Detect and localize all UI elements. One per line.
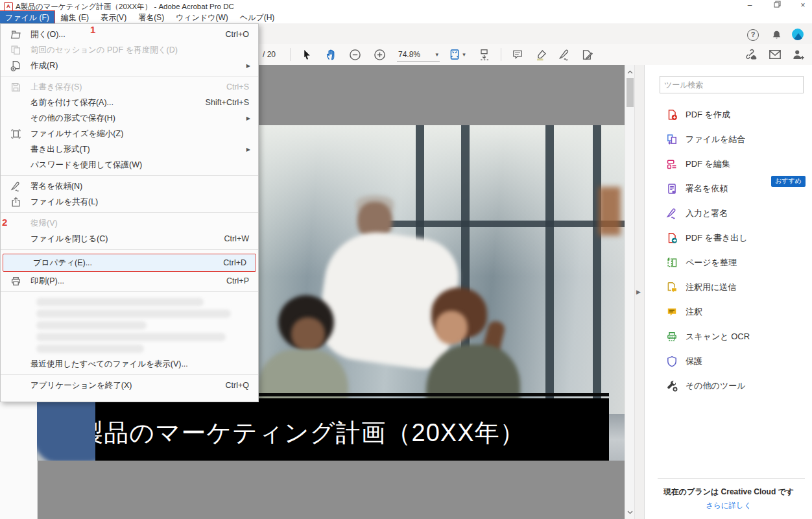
menubar-item-window[interactable]: ウィンドウ(W)	[171, 11, 233, 25]
person-plus-icon	[792, 49, 805, 61]
tool-search-input[interactable]	[660, 76, 804, 93]
comment-bubble-icon	[512, 49, 523, 60]
file-menu-item-protect-with-password[interactable]: パスワードを使用して保護(W)	[1, 157, 258, 173]
combine-files-icon	[666, 134, 678, 145]
annotation-step-1: 1	[90, 24, 95, 35]
scan-ocr-icon	[666, 331, 678, 343]
menubar-item-sign[interactable]: 署名(S)	[133, 11, 169, 25]
file-menu-dropdown: 開く(O)...Ctrl+O前回のセッションの PDF を再度開く(D)作成(R…	[0, 23, 259, 402]
recent-file-item-redacted[interactable]	[36, 321, 147, 330]
edit-document-icon	[581, 49, 593, 61]
tool-item-more-tools[interactable]: その他のツール	[645, 374, 812, 398]
file-menu-item-create[interactable]: 作成(R)▶	[1, 58, 258, 73]
file-menu-item-request-signatures[interactable]: 署名を依頼(N)	[1, 178, 258, 194]
menu-item-shortcut: Ctrl+Q	[226, 381, 258, 390]
menu-item-label: 前回のセッションの PDF を再度開く(D)	[30, 45, 258, 56]
minimize-button[interactable]: –	[739, 0, 760, 12]
tool-item-combine-files[interactable]: ファイルを結合	[645, 127, 812, 152]
file-menu-item-open[interactable]: 開く(O)...Ctrl+O	[1, 27, 258, 42]
tool-item-export-pdf[interactable]: PDF を書き出し	[645, 226, 812, 250]
file-menu-item-properties[interactable]: プロパティ(E)...Ctrl+D	[3, 254, 256, 272]
file-menu-item-revert[interactable]: 復帰(V)	[1, 215, 258, 231]
tool-item-scan-ocr[interactable]: スキャンと OCR	[645, 324, 812, 349]
recent-file-item-redacted[interactable]	[36, 309, 231, 318]
menubar-item-edit[interactable]: 編集 (E)	[56, 11, 94, 25]
tool-item-comment[interactable]: 注釈	[645, 300, 812, 324]
menubar-item-file[interactable]: ファイル (F)	[0, 11, 54, 25]
restore-button[interactable]	[767, 0, 787, 12]
file-menu-item-print[interactable]: 印刷(P)...Ctrl+P	[1, 273, 258, 289]
account-avatar[interactable]	[792, 28, 804, 41]
share-link-button[interactable]	[742, 48, 759, 61]
file-menu-item-share-file[interactable]: ファイルを共有(L)	[1, 194, 258, 210]
panel-collapse-strip[interactable]: ▶	[634, 65, 644, 519]
tool-item-edit-pdf[interactable]: PDF を編集	[645, 152, 812, 176]
restore-icon	[774, 1, 781, 8]
envelope-icon	[769, 49, 782, 60]
scrollbar-thumb[interactable]	[627, 78, 634, 107]
menu-item-label: ファイルを閉じる(C)	[30, 234, 224, 245]
recommended-badge: おすすめ	[771, 176, 806, 187]
document-title-text: A製品のマーケティング計画（20XX年）	[95, 416, 525, 450]
file-menu-item-save-other-format[interactable]: その他の形式で保存(H)▶	[1, 110, 258, 126]
tool-item-create-pdf[interactable]: PDF を作成	[645, 103, 812, 127]
fit-page-dropdown[interactable]: ▾	[446, 48, 468, 61]
scrolling-mode-button[interactable]	[476, 48, 492, 61]
reopen-pdf-icon	[1, 45, 30, 56]
tool-item-protect[interactable]: 保護	[645, 349, 812, 374]
add-user-button[interactable]	[790, 48, 807, 61]
tool-item-label: 保護	[686, 356, 702, 367]
chevron-up-icon	[627, 70, 633, 74]
close-button[interactable]: ×	[793, 0, 812, 12]
tool-item-request-signatures[interactable]: 署名を依頼おすすめ	[645, 176, 812, 201]
menubar-item-help[interactable]: ヘルプ(H)	[235, 11, 280, 25]
file-menu-item-reduce-file-size[interactable]: ファイルサイズを縮小(Z)	[1, 126, 258, 141]
menubar-item-view[interactable]: 表示(V)	[95, 11, 132, 25]
tool-item-organize-pages[interactable]: ページを整理	[645, 250, 812, 275]
create-pdf-icon	[666, 109, 678, 121]
page-count-label: / 20	[263, 50, 276, 59]
fill-sign-tool-button[interactable]	[556, 48, 572, 61]
select-tool-button[interactable]	[300, 48, 314, 61]
help-button[interactable]: ?	[747, 29, 759, 42]
file-menu-item-reopen-last-session[interactable]: 前回のセッションの PDF を再度開く(D)	[1, 42, 258, 58]
chevron-down-icon	[627, 511, 633, 514]
zoom-out-button[interactable]	[348, 48, 362, 61]
tool-item-send-comments[interactable]: 注釈用に送信	[645, 275, 812, 300]
file-menu-item-export-to[interactable]: 書き出し形式(T)▶	[1, 141, 258, 157]
plan-status-text: 現在のプランは Creative Cloud です	[645, 487, 812, 498]
email-button[interactable]	[767, 48, 783, 61]
notifications-button[interactable]	[771, 29, 782, 42]
file-menu-item-close-file[interactable]: ファイルを閉じる(C)Ctrl+W	[1, 231, 258, 247]
recent-file-item-redacted[interactable]	[36, 344, 144, 353]
tool-item-fill-sign[interactable]: 入力と署名	[645, 201, 812, 226]
file-menu-item-save[interactable]: 上書き保存(S)Ctrl+S	[1, 79, 258, 95]
scroll-up-arrow[interactable]	[625, 67, 635, 77]
scroll-mode-icon	[478, 49, 490, 61]
menu-item-label: 作成(R)	[30, 60, 246, 71]
comment-tool-button[interactable]	[510, 48, 525, 61]
bell-icon	[771, 30, 782, 41]
file-menu-item-quit[interactable]: アプリケーションを終了(X)Ctrl+Q	[1, 378, 258, 393]
menu-item-shortcut: Ctrl+P	[226, 276, 258, 285]
menu-item-label: 署名を依頼(N)	[30, 181, 258, 192]
hand-tool-button[interactable]	[323, 48, 339, 61]
avatar-icon	[792, 29, 804, 40]
request-signatures-icon	[666, 183, 678, 195]
photo-woman-right-face	[435, 311, 468, 344]
file-menu-item-show-all-recent[interactable]: 最近使用したすべてのファイルを表示(V)...	[1, 356, 258, 372]
title-overlay-box: A製品のマーケティング計画（20XX年） 計画と進捗の更新	[95, 398, 609, 461]
scroll-down-arrow[interactable]	[625, 507, 635, 517]
photo-chair	[599, 187, 621, 235]
recent-file-item-redacted[interactable]	[36, 333, 226, 341]
stamp-edit-tool-button[interactable]	[579, 48, 595, 61]
tool-item-label: PDF を書き出し	[686, 232, 748, 244]
file-menu-item-save-as[interactable]: 名前を付けて保存(A)...Shift+Ctrl+S	[1, 95, 258, 110]
menu-item-label: プロパティ(E)...	[33, 258, 223, 269]
learn-more-link[interactable]: さらに詳しく	[645, 501, 812, 511]
highlight-tool-button[interactable]	[533, 48, 549, 61]
recent-file-item-redacted[interactable]	[36, 298, 204, 306]
zoom-level-dropdown[interactable]: 74.8% ▾	[397, 48, 440, 62]
vertical-scrollbar[interactable]	[625, 65, 635, 519]
zoom-in-button[interactable]	[372, 48, 387, 61]
